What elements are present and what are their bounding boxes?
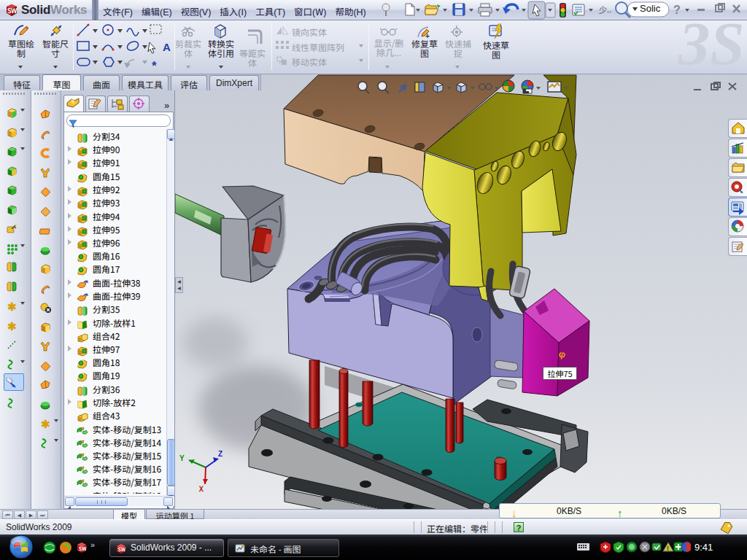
svg-text:SW: SW (79, 545, 87, 552)
svg-text:Z: Z (218, 448, 222, 459)
svg-text:?: ? (673, 0, 681, 18)
svg-text:!: ! (667, 543, 669, 553)
svg-text:SW: SW (7, 6, 17, 15)
svg-text:Solic: Solic (640, 3, 661, 14)
svg-text:SW: SW (118, 545, 126, 553)
svg-text:*: * (152, 59, 157, 73)
svg-text:✱: ✱ (7, 300, 17, 312)
svg-text:»: » (90, 540, 95, 550)
svg-text:少..: 少.. (599, 3, 611, 15)
svg-text:✱: ✱ (41, 418, 50, 429)
svg-text:Y: Y (179, 452, 185, 463)
svg-text:X: X (198, 483, 204, 494)
svg-text:✱: ✱ (7, 320, 17, 332)
